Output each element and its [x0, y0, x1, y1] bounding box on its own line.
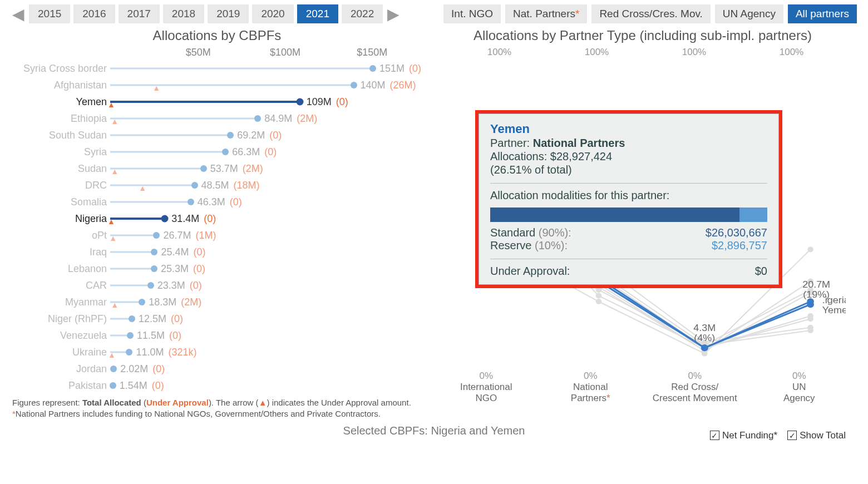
cbpf-label: Jordan — [11, 363, 110, 375]
cbpf-value: 53.7M (2M) — [210, 163, 263, 175]
right-panel-title: Allocations by Partner Type (including s… — [428, 28, 857, 43]
cbpf-value: 25.3M (0) — [161, 263, 205, 275]
cbpf-row[interactable]: Jordan2.02M (0) — [11, 360, 423, 377]
cbpf-row[interactable]: Ukraine11.0M (321k)▲ — [11, 344, 423, 360]
year-button-2015[interactable]: 2015 — [29, 4, 70, 23]
year-button-2020[interactable]: 2020 — [252, 4, 293, 23]
year-button-2017[interactable]: 2017 — [119, 4, 160, 23]
cbpf-label: Syria — [11, 146, 110, 158]
cbpf-row[interactable]: Pakistan1.54M (0) — [11, 377, 423, 394]
cbpf-row[interactable]: Somalia46.3M (0) — [11, 194, 423, 210]
cbpf-label: Yemen — [11, 96, 110, 108]
lollipop-dot — [151, 249, 157, 255]
under-approval-marker: ▲ — [152, 83, 160, 92]
cbpf-label: Myanmar — [11, 297, 110, 308]
under-approval-marker: ▲ — [111, 300, 119, 309]
checkbox-net-funding-[interactable]: ✓Net Funding* — [710, 430, 777, 441]
cbpf-row[interactable]: Yemen109M (0)▲ — [11, 93, 423, 110]
tooltip-country: Yemen — [490, 122, 767, 136]
cbpf-label: Syria Cross border — [11, 63, 110, 75]
under-approval-marker: ▲ — [107, 217, 115, 226]
x-tick: $100M — [270, 47, 300, 58]
year-button-2022[interactable]: 2022 — [342, 4, 383, 23]
cbpf-row[interactable]: Syria Cross border151M (0) — [11, 60, 423, 77]
year-button-2021[interactable]: 2021 — [297, 4, 338, 23]
lollipop-dot — [296, 98, 303, 106]
cbpf-row[interactable]: Ethiopia84.9M (2M)▲ — [11, 110, 423, 127]
partner-filter-button[interactable]: Red Cross/Cres. Mov. — [591, 4, 710, 23]
footnote-orange: Under Approval — [146, 398, 209, 407]
cbpf-value: 151M (0) — [379, 63, 421, 75]
cbpf-value: 25.4M (0) — [161, 246, 205, 258]
pct-tick: 100% — [682, 47, 706, 58]
lollipop-dot — [227, 132, 234, 139]
year-button-2016[interactable]: 2016 — [73, 4, 115, 23]
cbpf-value: 11.5M (0) — [137, 330, 181, 342]
checkbox-show-total[interactable]: ✓Show Total — [787, 430, 846, 441]
cbpf-row[interactable]: Sudan53.7M (2M)▲ — [11, 160, 423, 177]
cbpf-value: 18.3M (2M) — [149, 297, 201, 308]
footnote-text: Figures represent: — [12, 398, 82, 407]
tooltip-modalities-title: Allocation modalities for this partner: — [490, 189, 767, 202]
lollipop-dot — [351, 82, 357, 88]
tooltip-card: Yemen Partner: National Partners Allocat… — [479, 113, 779, 285]
under-approval-marker: ▲ — [108, 350, 116, 359]
category-axis: 0%InternationalNGO0%NationalPartners*0%R… — [434, 371, 851, 404]
cbpf-label: Venezuela — [11, 330, 110, 342]
cbpf-row[interactable]: oPt26.7M (1M)▲ — [11, 227, 423, 244]
cbpf-value: 48.5M (18M) — [201, 180, 260, 191]
under-approval-marker: ▲ — [111, 117, 119, 126]
lollipop-dot — [139, 299, 145, 305]
cbpf-label: DRC — [11, 180, 110, 191]
cbpf-row[interactable]: South Sudan69.2M (0) — [11, 127, 423, 144]
cbpf-value: 46.3M (0) — [198, 196, 242, 208]
partner-filter-button[interactable]: Nat. Partners* — [505, 4, 587, 23]
lollipop-dot — [151, 265, 157, 272]
lollipop-dot — [254, 115, 261, 122]
cbpf-row[interactable]: Niger (RhPF)12.5M (0) — [11, 310, 423, 327]
cbpf-row[interactable]: Iraq25.4M (0) — [11, 244, 423, 260]
cbpf-row[interactable]: CAR23.3M (0) — [11, 277, 423, 294]
svg-text:Yemen: Yemen — [822, 305, 846, 315]
year-button-2018[interactable]: 2018 — [163, 4, 204, 23]
year-button-2019[interactable]: 2019 — [208, 4, 249, 23]
cbpf-row[interactable]: Myanmar18.3M (2M)▲ — [11, 294, 423, 310]
svg-point-9 — [596, 299, 602, 304]
partner-filter-button[interactable]: Int. NGO — [443, 4, 501, 23]
partner-filter-button[interactable]: UN Agency — [715, 4, 783, 23]
year-prev-button[interactable]: ◀ — [11, 5, 26, 23]
cbpf-row[interactable]: Nigeria31.4M (0)▲ — [11, 210, 423, 227]
cbpf-row[interactable]: DRC48.5M (18M)▲ — [11, 177, 423, 194]
alloc-bar-standard — [490, 208, 739, 222]
cbpf-value: 31.4M (0) — [171, 213, 216, 225]
lollipop-dot — [129, 315, 135, 322]
svg-text:.igeria: .igeria — [822, 295, 846, 305]
cbpf-row[interactable]: Lebanon25.3M (0) — [11, 260, 423, 277]
cbpf-row[interactable]: Venezuela11.5M (0) — [11, 327, 423, 344]
cbpf-label: Niger (RhPF) — [11, 313, 110, 325]
cbpf-label: oPt — [11, 230, 110, 241]
category-label: 0%NationalPartners* — [539, 371, 643, 404]
footnote-text: National Partners includes funding to Na… — [16, 409, 381, 418]
svg-text:20.7M: 20.7M — [802, 279, 830, 290]
cbpf-label: Nigeria — [11, 213, 110, 225]
under-approval-marker: ▲ — [139, 184, 146, 192]
lollipop-dot — [222, 149, 229, 155]
pct-tick: 100% — [585, 47, 609, 58]
svg-text:(4%): (4%) — [694, 333, 715, 343]
alloc-bar-reserve — [739, 208, 767, 222]
year-next-button[interactable]: ▶ — [386, 5, 401, 23]
cbpf-row[interactable]: Afghanistan140M (26M)▲ — [11, 77, 423, 93]
cbpf-label: Ethiopia — [11, 113, 110, 125]
lollipop-dot — [191, 182, 198, 189]
cbpf-row[interactable]: Syria66.3M (0) — [11, 144, 423, 160]
pct-tick: 100% — [780, 47, 803, 58]
cbpf-label: Iraq — [11, 246, 110, 258]
lollipop-dot — [110, 366, 117, 372]
partner-filter-button[interactable]: All partners — [788, 4, 857, 23]
year-selector: ◀ 20152016201720182019202020212022 ▶ — [11, 4, 401, 23]
modality-under-approval-row: Under Approval: $0 — [490, 265, 767, 278]
lollipop-dot — [127, 332, 134, 339]
under-approval-marker: ▲ — [111, 167, 119, 176]
right-checkboxes: ✓Net Funding*✓Show Total — [710, 430, 846, 441]
